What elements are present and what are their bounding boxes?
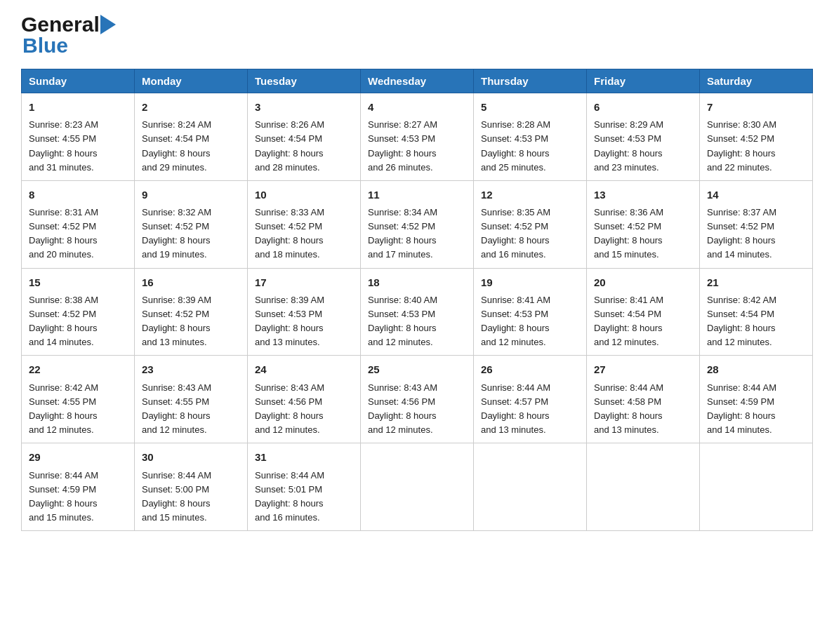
day-sunrise: Sunrise: 8:24 AMSunset: 4:54 PMDaylight:… [142, 119, 211, 172]
calendar-cell [361, 443, 474, 531]
calendar-cell [587, 443, 700, 531]
week-row-2: 8Sunrise: 8:31 AMSunset: 4:52 PMDaylight… [22, 180, 813, 268]
day-number: 12 [481, 187, 579, 203]
day-sunrise: Sunrise: 8:28 AMSunset: 4:53 PMDaylight:… [481, 119, 550, 172]
day-sunrise: Sunrise: 8:42 AMSunset: 4:54 PMDaylight:… [707, 295, 776, 347]
day-number: 2 [142, 99, 240, 115]
calendar-cell: 6Sunrise: 8:29 AMSunset: 4:53 PMDaylight… [587, 93, 700, 181]
week-row-5: 29Sunrise: 8:44 AMSunset: 4:59 PMDayligh… [22, 443, 813, 531]
week-row-1: 1Sunrise: 8:23 AMSunset: 4:55 PMDaylight… [22, 93, 813, 181]
logo-general-text: General [21, 14, 100, 35]
day-sunrise: Sunrise: 8:29 AMSunset: 4:53 PMDaylight:… [594, 119, 663, 172]
calendar-cell: 23Sunrise: 8:43 AMSunset: 4:55 PMDayligh… [135, 356, 248, 443]
day-number: 21 [707, 274, 805, 290]
day-sunrise: Sunrise: 8:33 AMSunset: 4:52 PMDaylight:… [255, 207, 324, 260]
day-number: 19 [481, 274, 579, 290]
header-thursday: Thursday [474, 69, 587, 93]
day-sunrise: Sunrise: 8:32 AMSunset: 4:52 PMDaylight:… [142, 207, 211, 260]
calendar-cell: 7Sunrise: 8:30 AMSunset: 4:52 PMDaylight… [700, 93, 813, 181]
day-number: 1 [29, 99, 127, 115]
day-number: 31 [255, 449, 353, 465]
day-sunrise: Sunrise: 8:44 AMSunset: 5:00 PMDaylight:… [142, 470, 211, 523]
logo-arrow-icon [100, 15, 116, 34]
day-sunrise: Sunrise: 8:37 AMSunset: 4:52 PMDaylight:… [707, 207, 776, 260]
calendar-cell: 25Sunrise: 8:43 AMSunset: 4:56 PMDayligh… [361, 356, 474, 443]
calendar-cell: 5Sunrise: 8:28 AMSunset: 4:53 PMDaylight… [474, 93, 587, 181]
day-number: 14 [707, 187, 805, 203]
calendar-cell: 28Sunrise: 8:44 AMSunset: 4:59 PMDayligh… [700, 356, 813, 443]
day-sunrise: Sunrise: 8:41 AMSunset: 4:53 PMDaylight:… [481, 295, 550, 347]
calendar-cell [700, 443, 813, 531]
calendar-cell: 12Sunrise: 8:35 AMSunset: 4:52 PMDayligh… [474, 180, 587, 268]
week-row-3: 15Sunrise: 8:38 AMSunset: 4:52 PMDayligh… [22, 268, 813, 356]
day-number: 27 [594, 361, 692, 377]
day-sunrise: Sunrise: 8:27 AMSunset: 4:53 PMDaylight:… [368, 119, 437, 172]
day-sunrise: Sunrise: 8:43 AMSunset: 4:55 PMDaylight:… [142, 382, 211, 435]
page-header: General Blue [21, 14, 813, 58]
header-friday: Friday [587, 69, 700, 93]
calendar-cell: 17Sunrise: 8:39 AMSunset: 4:53 PMDayligh… [248, 268, 361, 356]
day-sunrise: Sunrise: 8:43 AMSunset: 4:56 PMDaylight:… [255, 382, 324, 435]
calendar-cell: 1Sunrise: 8:23 AMSunset: 4:55 PMDaylight… [22, 93, 135, 181]
day-number: 6 [594, 99, 692, 115]
logo: General Blue [21, 14, 116, 58]
day-number: 16 [142, 274, 240, 290]
calendar-header-row: SundayMondayTuesdayWednesdayThursdayFrid… [22, 69, 813, 93]
day-number: 29 [29, 449, 127, 465]
day-sunrise: Sunrise: 8:35 AMSunset: 4:52 PMDaylight:… [481, 207, 550, 260]
day-number: 5 [481, 99, 579, 115]
header-tuesday: Tuesday [248, 69, 361, 93]
day-sunrise: Sunrise: 8:42 AMSunset: 4:55 PMDaylight:… [29, 382, 98, 435]
calendar-cell: 18Sunrise: 8:40 AMSunset: 4:53 PMDayligh… [361, 268, 474, 356]
calendar-cell: 11Sunrise: 8:34 AMSunset: 4:52 PMDayligh… [361, 180, 474, 268]
calendar-cell [474, 443, 587, 531]
day-number: 24 [255, 361, 353, 377]
calendar-cell: 2Sunrise: 8:24 AMSunset: 4:54 PMDaylight… [135, 93, 248, 181]
day-number: 10 [255, 187, 353, 203]
day-sunrise: Sunrise: 8:39 AMSunset: 4:53 PMDaylight:… [255, 295, 324, 347]
header-sunday: Sunday [22, 69, 135, 93]
day-number: 11 [368, 187, 466, 203]
day-number: 3 [255, 99, 353, 115]
calendar-cell: 3Sunrise: 8:26 AMSunset: 4:54 PMDaylight… [248, 93, 361, 181]
calendar-cell: 8Sunrise: 8:31 AMSunset: 4:52 PMDaylight… [22, 180, 135, 268]
calendar-cell: 31Sunrise: 8:44 AMSunset: 5:01 PMDayligh… [248, 443, 361, 531]
calendar-cell: 13Sunrise: 8:36 AMSunset: 4:52 PMDayligh… [587, 180, 700, 268]
day-sunrise: Sunrise: 8:41 AMSunset: 4:54 PMDaylight:… [594, 295, 663, 347]
calendar-cell: 14Sunrise: 8:37 AMSunset: 4:52 PMDayligh… [700, 180, 813, 268]
calendar-cell: 30Sunrise: 8:44 AMSunset: 5:00 PMDayligh… [135, 443, 248, 531]
day-sunrise: Sunrise: 8:44 AMSunset: 4:59 PMDaylight:… [707, 382, 776, 435]
day-sunrise: Sunrise: 8:31 AMSunset: 4:52 PMDaylight:… [29, 207, 98, 260]
calendar-cell: 20Sunrise: 8:41 AMSunset: 4:54 PMDayligh… [587, 268, 700, 356]
week-row-4: 22Sunrise: 8:42 AMSunset: 4:55 PMDayligh… [22, 356, 813, 443]
day-number: 4 [368, 99, 466, 115]
day-number: 25 [368, 361, 466, 377]
day-sunrise: Sunrise: 8:40 AMSunset: 4:53 PMDaylight:… [368, 295, 437, 347]
svg-marker-0 [100, 15, 116, 34]
day-sunrise: Sunrise: 8:44 AMSunset: 4:58 PMDaylight:… [594, 382, 663, 435]
calendar-cell: 15Sunrise: 8:38 AMSunset: 4:52 PMDayligh… [22, 268, 135, 356]
day-sunrise: Sunrise: 8:38 AMSunset: 4:52 PMDaylight:… [29, 295, 98, 347]
day-number: 8 [29, 187, 127, 203]
day-sunrise: Sunrise: 8:23 AMSunset: 4:55 PMDaylight:… [29, 119, 98, 172]
calendar-cell: 26Sunrise: 8:44 AMSunset: 4:57 PMDayligh… [474, 356, 587, 443]
day-sunrise: Sunrise: 8:26 AMSunset: 4:54 PMDaylight:… [255, 119, 324, 172]
header-saturday: Saturday [700, 69, 813, 93]
day-number: 23 [142, 361, 240, 377]
day-number: 30 [142, 449, 240, 465]
day-sunrise: Sunrise: 8:43 AMSunset: 4:56 PMDaylight:… [368, 382, 437, 435]
header-monday: Monday [135, 69, 248, 93]
calendar-cell: 16Sunrise: 8:39 AMSunset: 4:52 PMDayligh… [135, 268, 248, 356]
calendar-cell: 29Sunrise: 8:44 AMSunset: 4:59 PMDayligh… [22, 443, 135, 531]
calendar-cell: 21Sunrise: 8:42 AMSunset: 4:54 PMDayligh… [700, 268, 813, 356]
day-number: 22 [29, 361, 127, 377]
day-sunrise: Sunrise: 8:39 AMSunset: 4:52 PMDaylight:… [142, 295, 211, 347]
calendar-cell: 22Sunrise: 8:42 AMSunset: 4:55 PMDayligh… [22, 356, 135, 443]
day-number: 13 [594, 187, 692, 203]
calendar-cell: 19Sunrise: 8:41 AMSunset: 4:53 PMDayligh… [474, 268, 587, 356]
calendar-cell: 10Sunrise: 8:33 AMSunset: 4:52 PMDayligh… [248, 180, 361, 268]
day-number: 26 [481, 361, 579, 377]
calendar-cell: 24Sunrise: 8:43 AMSunset: 4:56 PMDayligh… [248, 356, 361, 443]
calendar-cell: 27Sunrise: 8:44 AMSunset: 4:58 PMDayligh… [587, 356, 700, 443]
calendar-cell: 4Sunrise: 8:27 AMSunset: 4:53 PMDaylight… [361, 93, 474, 181]
